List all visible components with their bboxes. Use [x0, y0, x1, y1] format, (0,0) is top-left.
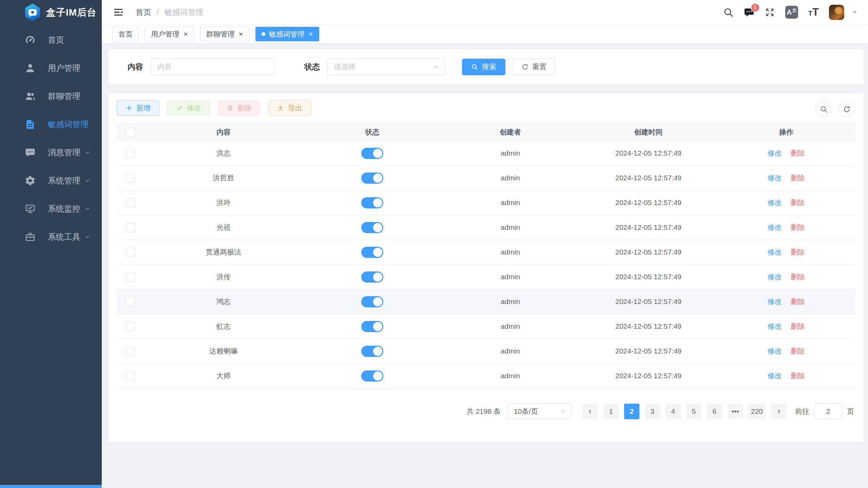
row-checkbox[interactable] [126, 198, 135, 207]
search-button[interactable]: 搜索 [462, 59, 505, 75]
page-button[interactable]: 3 [645, 404, 660, 419]
row-delete-link[interactable]: 删除 [791, 148, 805, 158]
page-button[interactable]: 1 [603, 404, 619, 419]
delete-button[interactable]: 删除 [218, 100, 261, 116]
search-icon[interactable] [723, 7, 734, 18]
row-edit-link[interactable]: 修改 [768, 371, 782, 381]
page-button[interactable]: 4 [666, 404, 681, 419]
row-edit-link[interactable]: 修改 [768, 297, 782, 306]
goto-page-input[interactable] [814, 403, 842, 419]
translate-icon[interactable]: A文 [785, 6, 798, 19]
status-toggle[interactable] [361, 148, 383, 159]
status-toggle[interactable] [361, 222, 383, 233]
row-delete-link[interactable]: 删除 [791, 322, 805, 331]
status-toggle[interactable] [361, 197, 383, 208]
row-edit-link[interactable]: 修改 [768, 173, 782, 183]
page-button[interactable]: 6 [707, 404, 722, 419]
page-button[interactable]: 5 [686, 404, 701, 419]
sidebar-scrollbar-thumb[interactable] [0, 485, 102, 488]
close-icon[interactable]: × [309, 30, 313, 38]
row-checkbox[interactable] [126, 272, 135, 282]
row-delete-link[interactable]: 删除 [791, 346, 805, 356]
row-delete-link[interactable]: 删除 [791, 297, 805, 306]
fullscreen-icon[interactable] [765, 7, 775, 18]
row-edit-link[interactable]: 修改 [768, 346, 782, 356]
page-button[interactable]: 2 [624, 404, 639, 419]
row-delete-link[interactable]: 删除 [791, 198, 805, 207]
sidebar-item-home[interactable]: 首页 [0, 26, 102, 54]
close-icon[interactable]: × [184, 30, 188, 38]
export-button[interactable]: 导出 [268, 100, 311, 116]
sidebar-item-system-monitor[interactable]: 系统监控 [0, 195, 102, 223]
breadcrumb-home[interactable]: 首页 [136, 7, 151, 18]
row-checkbox[interactable] [126, 248, 135, 257]
sidebar-item-users[interactable]: 用户管理 [0, 54, 102, 82]
next-page-button[interactable] [771, 404, 786, 419]
row-checkbox[interactable] [126, 223, 135, 232]
row-edit-link[interactable]: 修改 [768, 322, 782, 331]
tabbar: 首页 用户管理 × 群聊管理 × 敏感词管理 × [102, 25, 868, 44]
row-delete-link[interactable]: 删除 [791, 371, 805, 381]
sidebar-item-messages[interactable]: 消息管理 [0, 138, 102, 166]
tab-sensitive-words[interactable]: 敏感词管理 × [255, 27, 319, 41]
status-filter-select[interactable]: 请选择 [327, 59, 445, 75]
status-toggle[interactable] [361, 271, 383, 283]
status-toggle[interactable] [361, 321, 383, 332]
table-row[interactable]: 洪志 admin 2024-12-05 12:57:49 修改 删除 [117, 141, 855, 166]
sidebar-item-system-tools[interactable]: 系统工具 [0, 223, 102, 251]
tab-user-management[interactable]: 用户管理 × [145, 27, 194, 41]
row-edit-link[interactable]: 修改 [768, 223, 782, 232]
row-delete-link[interactable]: 删除 [791, 272, 805, 282]
add-button[interactable]: 新增 [117, 100, 159, 116]
content-filter-input[interactable] [151, 59, 274, 75]
message-icon[interactable]: 1 [744, 7, 754, 18]
prev-page-button[interactable] [583, 404, 598, 419]
row-checkbox[interactable] [126, 297, 135, 306]
status-toggle[interactable] [361, 296, 383, 307]
tab-group-management[interactable]: 群聊管理 × [200, 27, 249, 41]
status-toggle[interactable] [361, 172, 383, 184]
row-delete-link[interactable]: 删除 [791, 223, 805, 232]
row-edit-link[interactable]: 修改 [768, 272, 782, 282]
table-row[interactable]: 洪传 admin 2024-12-05 12:57:49 修改 删除 [117, 265, 855, 289]
row-checkbox[interactable] [126, 347, 135, 356]
table-row[interactable]: 虹志 admin 2024-12-05 12:57:49 修改 删除 [117, 314, 855, 339]
row-checkbox[interactable] [126, 322, 135, 331]
refresh-button[interactable] [839, 101, 854, 117]
user-avatar[interactable] [829, 5, 844, 20]
sidebar-collapse-icon[interactable] [112, 6, 125, 19]
edit-icon [176, 104, 183, 111]
page-size-select[interactable]: 10条/页 [507, 403, 572, 419]
caret-down-icon[interactable] [852, 9, 858, 15]
sidebar-item-system-management[interactable]: 系统管理 [0, 166, 102, 195]
status-toggle[interactable] [361, 346, 383, 357]
table-row[interactable]: 光祖 admin 2024-12-05 12:57:49 修改 删除 [117, 215, 855, 240]
sidebar-item-groups[interactable]: 群聊管理 [0, 82, 102, 110]
table-row[interactable]: 贯通两极法 admin 2024-12-05 12:57:49 修改 删除 [117, 240, 855, 265]
page-button[interactable]: ••• [728, 404, 743, 419]
table-row[interactable]: 达赖喇嘛 admin 2024-12-05 12:57:49 修改 删除 [117, 339, 855, 364]
status-toggle[interactable] [361, 370, 383, 382]
row-edit-link[interactable]: 修改 [768, 247, 782, 257]
font-size-icon[interactable]: TT [808, 6, 819, 18]
table-row[interactable]: 洪哲胜 admin 2024-12-05 12:57:49 修改 删除 [117, 166, 855, 190]
row-checkbox[interactable] [126, 149, 135, 158]
select-all-checkbox[interactable] [126, 128, 135, 137]
row-delete-link[interactable]: 删除 [791, 173, 805, 183]
page-button[interactable]: 220 [748, 404, 766, 419]
sidebar-item-sensitive-words[interactable]: 敏感词管理 [0, 110, 102, 138]
show-search-button[interactable] [816, 101, 831, 117]
close-icon[interactable]: × [239, 30, 243, 38]
tab-home[interactable]: 首页 [112, 27, 139, 41]
row-checkbox[interactable] [126, 371, 135, 381]
row-checkbox[interactable] [126, 174, 135, 183]
table-row[interactable]: 鸿志 admin 2024-12-05 12:57:49 修改 删除 [117, 289, 855, 314]
row-delete-link[interactable]: 删除 [791, 247, 805, 257]
row-edit-link[interactable]: 修改 [768, 148, 782, 158]
reset-button[interactable]: 重置 [513, 59, 555, 75]
status-toggle[interactable] [361, 247, 383, 258]
row-edit-link[interactable]: 修改 [768, 198, 782, 207]
table-row[interactable]: 大师 admin 2024-12-05 12:57:49 修改 删除 [117, 364, 855, 388]
edit-button[interactable]: 修改 [167, 100, 210, 116]
table-row[interactable]: 洪吟 admin 2024-12-05 12:57:49 修改 删除 [117, 190, 855, 215]
